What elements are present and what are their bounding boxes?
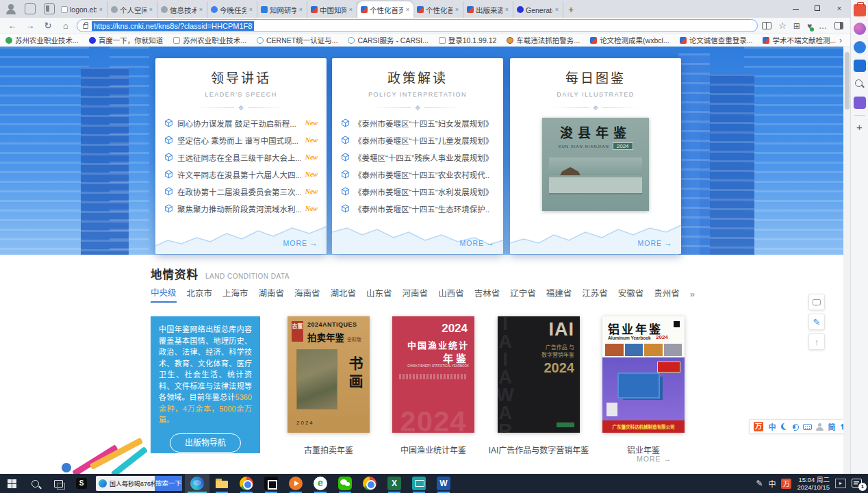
taskbar-app-excel[interactable]: X — [382, 474, 407, 493]
page-scrollbar[interactable] — [843, 47, 850, 474]
book-cover-aluminum[interactable]: 铝业年鉴 Aluminum Yearbook 2024 广东肇庆科达机械制造有限… — [602, 316, 685, 433]
show-hidden-icons-button[interactable]: ▸ — [835, 479, 846, 488]
province-tab-10[interactable]: 吉林省 — [474, 286, 500, 302]
book-cover-antiques[interactable]: 古董 2024ANTIQUES 拍卖年鉴 全彩版 书画 2024 — [288, 316, 370, 433]
voice-icon[interactable] — [792, 423, 799, 430]
taskbar-app-media[interactable] — [283, 474, 308, 493]
notification-button[interactable]: 1 — [852, 479, 864, 489]
sidebar-profile-icon[interactable] — [854, 23, 866, 35]
close-button[interactable]: × — [828, 0, 850, 16]
user-icon[interactable] — [816, 423, 823, 430]
province-tab-9[interactable]: 山西省 — [438, 286, 464, 302]
news-item[interactable]: 《泰州市姜堰区“十四五”水利发展规划》 — [332, 183, 503, 200]
province-tab-12[interactable]: 福建省 — [546, 286, 572, 302]
news-item[interactable]: 《姜堰区“十四五”残疾人事业发展规划》 — [332, 149, 503, 166]
taskbar-search-button[interactable] — [23, 474, 47, 493]
sidebar-app2-icon[interactable] — [854, 60, 866, 72]
more-link[interactable]: MORE → — [460, 238, 496, 248]
news-item[interactable]: 坚定信心 乘势而上 谱写中国式现...New — [155, 131, 327, 149]
browser-tab[interactable]: 知网研学-高效× — [257, 1, 307, 18]
province-tab-15[interactable]: 贵州省 — [654, 286, 680, 302]
search-widget-button[interactable]: 搜索一下 — [155, 476, 182, 491]
moon-icon[interactable] — [781, 423, 788, 430]
province-tab-7[interactable]: 山东省 — [366, 286, 392, 302]
sidebar-add-icon[interactable]: + — [854, 122, 866, 134]
workspaces-icon[interactable] — [25, 3, 36, 14]
taskbar-app-screen[interactable] — [407, 474, 431, 493]
browser-tab[interactable]: 今晚任务 发布时× — [207, 1, 257, 18]
tab-actions-icon[interactable] — [44, 3, 55, 14]
taskbar-app-chrome-alt[interactable] — [357, 474, 382, 493]
province-tab-8[interactable]: 河南省 — [403, 286, 429, 302]
bookmark-item[interactable]: 论文诚信查重登录... — [680, 35, 753, 45]
collections-icon[interactable]: ⊞ — [793, 21, 800, 31]
news-item[interactable]: 同心协力谋发展 鼓足干劲启新程...New — [155, 114, 327, 131]
taskbar-search-widget[interactable]: 国人每秒喝676杯奶茶 搜索一下 — [96, 476, 182, 491]
province-tab-5[interactable]: 海南省 — [294, 286, 320, 302]
section-more-link[interactable]: MORE → — [637, 455, 672, 463]
feedback-button[interactable] — [808, 294, 825, 310]
bookmark-item[interactable]: 苏州农业职业技术... — [5, 35, 79, 45]
daily-book-cover[interactable]: 浚县年鉴 XUN XIAN NIANJIAN 2024 — [542, 118, 649, 211]
profile-icon[interactable] — [5, 3, 16, 14]
province-tab-14[interactable]: 安徽省 — [618, 286, 644, 302]
tab-close-icon[interactable]: × — [99, 6, 103, 13]
sidebar-toolbox-icon[interactable] — [854, 4, 866, 16]
home-icon[interactable]: ⌂ — [59, 21, 73, 31]
wanfang-tray-icon[interactable]: 万 — [781, 479, 791, 489]
split-screen-icon[interactable] — [762, 22, 771, 29]
sidebar-purple-icon[interactable] — [854, 97, 866, 109]
province-tab-4[interactable]: 湖南省 — [259, 286, 285, 302]
bookmark-item[interactable]: 百度一下，你就知道 — [89, 35, 164, 45]
book-cover-iai[interactable]: IAIAWARDS IAI 广告作品 与数字营销年鉴 2024 — [498, 316, 580, 433]
tab-close-icon[interactable]: × — [405, 6, 410, 13]
sidebar-toggle-icon[interactable] — [834, 22, 843, 29]
maximize-button[interactable] — [806, 0, 828, 16]
sidebar-search-icon[interactable] — [854, 78, 866, 90]
back-icon[interactable]: ← — [5, 21, 19, 31]
province-tab-13[interactable]: 江苏省 — [582, 286, 608, 302]
taskbar-app-wechat[interactable] — [333, 474, 357, 493]
bookmark-item[interactable]: CARSI服务 - CARSI... — [348, 35, 428, 45]
browser-essentials-icon[interactable]: ♥ — [807, 21, 812, 31]
news-item[interactable]: 《泰州市姜堰区“十四五”妇女发展规划》 — [332, 114, 503, 131]
bookmark-item[interactable]: 学术不端文献检测... — [763, 35, 836, 45]
bookmark-item[interactable]: 登录10.1.99.12 — [439, 35, 497, 45]
book-label[interactable]: 铝业年鉴 — [582, 444, 705, 455]
tab-close-icon[interactable]: × — [455, 6, 459, 13]
province-tab-11[interactable]: 辽宁省 — [510, 286, 536, 302]
browser-tab[interactable]: logon.ebsco.zon× — [58, 1, 107, 18]
ime-icon[interactable]: 中 — [767, 421, 777, 432]
pinned-app-s[interactable]: S — [70, 474, 93, 493]
tab-close-icon[interactable]: × — [248, 6, 253, 13]
task-view-button[interactable] — [47, 474, 70, 493]
publication-nav-button[interactable]: 出版物导航 — [170, 433, 241, 453]
bookmark-item[interactable]: 车载违法抓拍警务... — [507, 35, 580, 45]
more-link[interactable]: MORE → — [283, 238, 319, 248]
taskbar-app-folder[interactable] — [209, 474, 234, 493]
taskbar-app-word[interactable]: W — [431, 474, 456, 493]
scrollbar-thumb[interactable] — [845, 52, 850, 110]
ime-indicator[interactable]: 中 — [768, 478, 776, 489]
back-to-top-button[interactable]: ↑ — [808, 333, 825, 350]
clock[interactable]: 15:04 周二 2024/10/15 — [797, 476, 830, 492]
news-item[interactable]: 《泰州市姜堰区“十四五”生态环境保护... — [332, 200, 503, 217]
edit-button[interactable]: ✎ — [808, 314, 825, 330]
news-item[interactable]: 王远征同志在全县三级干部大会上...New — [155, 149, 327, 166]
taskbar-app-green-e[interactable]: e — [308, 474, 333, 493]
news-item[interactable]: 聚焦聚力推动新阶段黄河流域水利...New — [155, 200, 327, 217]
url-input[interactable]: https://kns.cnki.net/kns8s/?classid=HHCP… — [77, 19, 758, 32]
start-button[interactable] — [0, 474, 23, 493]
bookmark-item[interactable]: CERNET统一认证与... — [257, 35, 337, 45]
province-tab-1[interactable]: 中央级 — [151, 286, 177, 303]
news-item[interactable]: 《泰州市姜堰区“十四五”儿童发展规划》 — [332, 131, 503, 149]
tab-close-icon[interactable]: × — [348, 6, 353, 13]
keyboard-icon[interactable] — [803, 424, 812, 430]
tabs-overflow-icon[interactable]: » — [690, 289, 695, 299]
tab-close-icon[interactable]: × — [505, 6, 509, 13]
browser-tab[interactable]: Generated_首页× — [513, 1, 563, 18]
tab-close-icon[interactable]: × — [199, 6, 203, 13]
more-link[interactable]: MORE → — [638, 238, 674, 248]
browser-tab[interactable]: 信息技术-通知× — [157, 1, 207, 18]
tab-close-icon[interactable]: × — [298, 6, 303, 13]
